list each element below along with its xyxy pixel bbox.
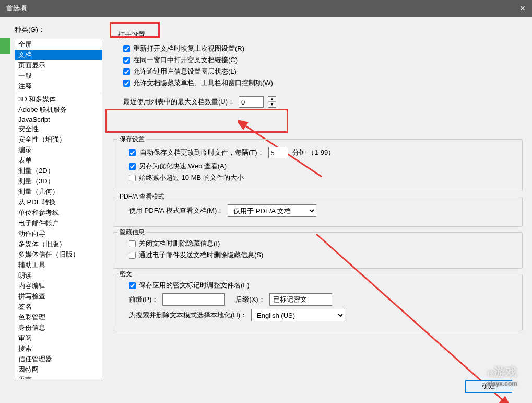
cb-delete-on-close-box[interactable] — [129, 240, 136, 247]
pdfa-group: PDF/A 查看模式 使用 PDF/A 模式查看文档(M)： 仅用于 PDF/A… — [113, 197, 523, 227]
autosave-row: 自动保存文档更改到临时文件，每隔(T)： 分钟 （1-99） — [129, 147, 517, 158]
cb-autosave[interactable] — [129, 149, 136, 156]
cb-adjust-filename[interactable]: 保存应用的密文标记时调整文件名(F) — [129, 281, 517, 290]
category-item[interactable]: 安全性（增强） — [15, 134, 102, 145]
spinner-down-icon[interactable]: ▼ — [268, 102, 276, 107]
cb-layer-state-box[interactable] — [123, 68, 130, 75]
categories-listbox[interactable]: 全屏文档页面显示一般注释3D 和多媒体Adobe 联机服务JavaScript安… — [15, 39, 102, 379]
locale-dropdown[interactable]: English (US) — [251, 309, 345, 321]
category-item[interactable]: JavaScript — [15, 115, 102, 124]
category-item[interactable]: Adobe 联机服务 — [15, 105, 102, 115]
category-item[interactable]: 签名 — [15, 302, 102, 312]
cb-restore-view-box[interactable] — [123, 45, 130, 52]
cb-delete-on-close[interactable]: 关闭文档时删除隐藏信息(I) — [129, 239, 517, 248]
cb-adjust-filename-box[interactable] — [129, 282, 136, 289]
category-item[interactable]: 从 PDF 转换 — [15, 197, 102, 208]
category-item[interactable]: 多媒体信任（旧版） — [15, 249, 102, 260]
category-item[interactable]: 拼写检查 — [15, 291, 102, 302]
category-item[interactable]: 全屏 — [15, 39, 102, 50]
category-item[interactable]: 信任管理器 — [15, 354, 102, 364]
hidden-info-label: 隐藏信息 — [117, 228, 147, 237]
prefix-suffix-row: 前缀(P)： 后缀(X)： — [129, 293, 517, 306]
pdfa-label: PDF/A 查看模式 — [117, 192, 167, 201]
dialog-buttons: 确定 — [465, 380, 512, 393]
cb-delete-on-email[interactable]: 通过电子邮件发送文档时删除隐藏信息(S) — [129, 250, 517, 260]
max-docs-row: 最近使用列表中的最大文档数量(U)： ▲▼ — [123, 96, 523, 108]
cb-reduce-size[interactable]: 始终减小超过 10 MB 的文件的大小 — [129, 173, 517, 182]
dialog-body: 种类(G)： 全屏文档页面显示一般注释3D 和多媒体Adobe 联机服务Java… — [0, 17, 532, 403]
category-item[interactable]: 动作向导 — [15, 228, 102, 239]
cb-layer-state[interactable]: 允许通过用户信息设置图层状态(L) — [123, 67, 523, 76]
category-item[interactable]: 安全性 — [15, 124, 102, 134]
green-strip — [0, 38, 10, 54]
highlight-box-maxdocs — [105, 109, 288, 133]
categories-label: 种类(G)： — [15, 25, 102, 34]
category-item[interactable]: 身份信息 — [15, 323, 102, 333]
autosave-input[interactable] — [268, 147, 288, 158]
list-divider — [15, 93, 102, 93]
hidden-info-group: 隐藏信息 关闭文档时删除隐藏信息(I) 通过电子邮件发送文档时删除隐藏信息(S) — [113, 232, 523, 269]
category-item[interactable]: 语言 — [15, 375, 102, 379]
suffix-input[interactable] — [269, 293, 332, 306]
ok-button[interactable]: 确定 — [465, 380, 512, 393]
max-docs-input[interactable] — [239, 96, 264, 108]
category-item[interactable]: 编录 — [15, 145, 102, 155]
redaction-label: 密文 — [117, 270, 134, 279]
save-settings-label: 保存设置 — [117, 135, 147, 144]
max-docs-label: 最近使用列表中的最大文档数量(U)： — [123, 97, 234, 107]
cb-hide-menubars-box[interactable] — [123, 80, 130, 87]
close-icon[interactable]: ✕ — [519, 4, 526, 13]
category-item[interactable]: 电子邮件帐户 — [15, 218, 102, 228]
cb-reduce-size-box[interactable] — [129, 175, 136, 181]
category-item[interactable]: 审阅 — [15, 333, 102, 343]
category-item[interactable]: 多媒体（旧版） — [15, 239, 102, 249]
pdfa-row: 使用 PDF/A 模式查看文档(M)： 仅用于 PDF/A 文档 — [129, 204, 517, 217]
prefix-input[interactable] — [162, 293, 225, 306]
category-item[interactable]: 内容编辑 — [15, 281, 102, 291]
settings-panel: 打开设置 重新打开文档时恢复上次视图设置(R) 在同一窗口中打开交叉文档链接(C… — [102, 25, 523, 398]
category-item[interactable]: 色彩管理 — [15, 312, 102, 323]
category-item[interactable]: 测量（几何） — [15, 187, 102, 197]
category-item[interactable]: 3D 和多媒体 — [15, 94, 102, 105]
cb-same-window[interactable]: 在同一窗口中打开交叉文档链接(C) — [123, 55, 523, 65]
save-settings-group: 保存设置 自动保存文档更改到临时文件，每隔(T)： 分钟 （1-99） 另存为优… — [113, 139, 523, 191]
category-item[interactable]: 辅助工具 — [15, 260, 102, 270]
spinner-up-icon[interactable]: ▲ — [268, 97, 276, 102]
category-item[interactable]: 测量（2D） — [15, 166, 102, 176]
cb-optimize-web-box[interactable] — [129, 163, 136, 170]
open-settings-title: 打开设置 — [113, 29, 523, 41]
category-item[interactable]: 测量（3D） — [15, 176, 102, 187]
cb-hide-menubars[interactable]: 允许文档隐藏菜单栏、工具栏和窗口控制项(W) — [123, 78, 523, 88]
category-item[interactable]: 因特网 — [15, 364, 102, 375]
category-item[interactable]: 一般 — [15, 71, 102, 81]
cb-restore-view[interactable]: 重新打开文档时恢复上次视图设置(R) — [123, 44, 523, 53]
category-item[interactable]: 单位和参考线 — [15, 208, 102, 218]
category-item[interactable]: 注释 — [15, 81, 102, 91]
cb-same-window-box[interactable] — [123, 57, 130, 64]
max-docs-spinner[interactable]: ▲▼ — [268, 96, 276, 108]
category-item[interactable]: 文档 — [15, 50, 102, 60]
window-title: 首选项 — [6, 4, 27, 13]
redaction-group: 密文 保存应用的密文标记时调整文件名(F) 前缀(P)： 后缀(X)： 为搜索并… — [113, 274, 523, 331]
categories-column: 种类(G)： 全屏文档页面显示一般注释3D 和多媒体Adobe 联机服务Java… — [15, 25, 102, 398]
category-item[interactable]: 表单 — [15, 155, 102, 166]
category-item[interactable]: 页面显示 — [15, 60, 102, 71]
cb-optimize-web[interactable]: 另存为优化快速 Web 查看(A) — [129, 162, 517, 171]
titlebar: 首选项 ✕ — [0, 0, 532, 17]
category-item[interactable]: 朗读 — [15, 270, 102, 281]
pdfa-dropdown[interactable]: 仅用于 PDF/A 文档 — [228, 204, 316, 217]
category-item[interactable]: 搜索 — [15, 343, 102, 354]
cb-delete-on-email-box[interactable] — [129, 252, 136, 259]
locale-row: 为搜索并删除文本模式选择本地化(H)： English (US) — [129, 309, 517, 321]
